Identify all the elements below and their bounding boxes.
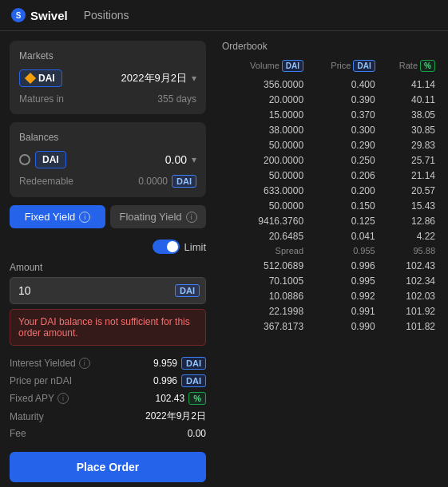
bid-volume: 512.0689 bbox=[222, 258, 307, 273]
redeemable-label: Redeemable bbox=[19, 176, 73, 187]
amount-input-wrap: DAI bbox=[10, 277, 206, 304]
ask-rate: 25.71 bbox=[379, 152, 438, 168]
bid-rate: 101.92 bbox=[379, 303, 438, 319]
fixed-yield-info-icon[interactable]: i bbox=[79, 212, 90, 223]
redeemable-value: 0.0000 bbox=[138, 176, 168, 187]
interest-yielded-value: 9.959 DAI bbox=[153, 357, 206, 370]
orderbook-table: Volume DAI Price DAI Rate % 356.0000 0.4… bbox=[222, 58, 438, 334]
ask-row[interactable]: 38.0000 0.300 30.85 bbox=[222, 122, 438, 137]
price-per-ndai-row: Price per nDAI 0.996 DAI bbox=[10, 374, 206, 387]
markets-dai-row: DAI 2022年9月2日 ▾ bbox=[19, 69, 196, 87]
price-per-ndai-value: 0.996 DAI bbox=[153, 374, 206, 387]
limit-toggle[interactable] bbox=[153, 240, 180, 254]
maturity-row: Maturity 2022年9月2日 bbox=[10, 410, 206, 423]
balances-token-label: DAI bbox=[42, 154, 59, 165]
volume-token-badge: DAI bbox=[282, 60, 303, 72]
ask-price: 0.290 bbox=[307, 137, 379, 152]
col-volume-header: Volume DAI bbox=[222, 58, 307, 77]
bid-price: 0.996 bbox=[307, 258, 379, 273]
ask-rate: 15.43 bbox=[379, 198, 438, 213]
maturity-value: 2022年9月2日 bbox=[145, 410, 206, 423]
asks-body: 356.0000 0.400 41.14 20.0000 0.390 40.11… bbox=[222, 77, 438, 244]
maturity-label: Maturity bbox=[10, 411, 44, 422]
ask-price: 0.300 bbox=[307, 122, 379, 137]
ask-rate: 41.14 bbox=[379, 77, 438, 92]
fixed-yield-label: Fixed Yield bbox=[25, 211, 76, 223]
apy-info-icon[interactable]: i bbox=[57, 393, 69, 404]
fee-label: Fee bbox=[10, 428, 26, 439]
ask-rate: 20.57 bbox=[379, 183, 438, 198]
app-container: S Swivel Positions Markets DAI 2022年9月2日… bbox=[0, 0, 448, 487]
ask-rate: 38.05 bbox=[379, 107, 438, 122]
ask-volume: 633.0000 bbox=[222, 183, 307, 198]
amount-section: Amount DAI Your DAI balance is not suffi… bbox=[10, 262, 206, 346]
balances-chevron-icon[interactable]: ▾ bbox=[192, 154, 196, 165]
bid-volume: 10.0886 bbox=[222, 288, 307, 303]
fixed-apy-value: 102.43 % bbox=[156, 392, 206, 405]
nav-positions[interactable]: Positions bbox=[84, 9, 129, 22]
ask-rate: 29.83 bbox=[379, 137, 438, 152]
fixed-apy-row: Fixed APY i 102.43 % bbox=[10, 392, 206, 405]
redeemable-token-badge: DAI bbox=[172, 175, 196, 188]
brand: S Swivel bbox=[11, 8, 68, 22]
ask-volume: 9416.3760 bbox=[222, 213, 307, 228]
orderbook-title: Orderbook bbox=[222, 41, 438, 52]
bid-price: 0.995 bbox=[307, 273, 379, 288]
ask-row[interactable]: 15.0000 0.370 38.05 bbox=[222, 107, 438, 122]
right-panel: Orderbook Volume DAI Price DAI Rate % bbox=[216, 31, 448, 487]
balances-dai-row: DAI 0.00 ▾ bbox=[19, 151, 196, 168]
ask-volume: 356.0000 bbox=[222, 77, 307, 92]
ask-row[interactable]: 20.6485 0.041 4.22 bbox=[222, 228, 438, 244]
ask-row[interactable]: 50.0000 0.206 21.14 bbox=[222, 168, 438, 183]
matures-row: Matures in 355 days bbox=[19, 93, 196, 105]
ask-price: 0.206 bbox=[307, 168, 379, 183]
tab-floating-yield[interactable]: Floating Yield i bbox=[110, 205, 206, 228]
interest-info-icon[interactable]: i bbox=[79, 358, 90, 369]
ask-rate: 12.86 bbox=[379, 213, 438, 228]
tabs-row: Fixed Yield i Floating Yield i bbox=[10, 205, 206, 228]
ask-price: 0.370 bbox=[307, 107, 379, 122]
bid-rate: 102.03 bbox=[379, 288, 438, 303]
place-order-button[interactable]: Place Order bbox=[10, 452, 206, 482]
ask-volume: 20.0000 bbox=[222, 92, 307, 107]
ask-row[interactable]: 200.0000 0.250 25.71 bbox=[222, 152, 438, 168]
ask-row[interactable]: 356.0000 0.400 41.14 bbox=[222, 77, 438, 92]
swivel-icon: S bbox=[11, 8, 26, 22]
bid-row[interactable]: 367.8173 0.990 101.82 bbox=[222, 319, 438, 334]
bid-row[interactable]: 70.1005 0.995 102.34 bbox=[222, 273, 438, 288]
ask-row[interactable]: 633.0000 0.200 20.57 bbox=[222, 183, 438, 198]
col-rate-header: Rate % bbox=[379, 58, 438, 77]
spread-body: Spread 0.955 95.88 bbox=[222, 244, 438, 258]
balances-token-badge[interactable]: DAI bbox=[35, 151, 66, 168]
ask-row[interactable]: 9416.3760 0.125 12.86 bbox=[222, 213, 438, 228]
price-per-ndai-label: Price per nDAI bbox=[10, 375, 72, 386]
bid-row[interactable]: 10.0886 0.992 102.03 bbox=[222, 288, 438, 303]
ask-row[interactable]: 20.0000 0.390 40.11 bbox=[222, 92, 438, 107]
fee-value: 0.00 bbox=[188, 428, 206, 439]
ask-price: 0.125 bbox=[307, 213, 379, 228]
fixed-apy-label: Fixed APY i bbox=[10, 393, 69, 404]
spread-row: Spread 0.955 95.88 bbox=[222, 244, 438, 258]
redeemable-row: Redeemable 0.0000 DAI bbox=[19, 175, 196, 188]
tab-fixed-yield[interactable]: Fixed Yield i bbox=[10, 205, 105, 228]
brand-name: Swivel bbox=[30, 9, 68, 22]
bid-row[interactable]: 22.1998 0.991 101.92 bbox=[222, 303, 438, 319]
left-panel: Markets DAI 2022年9月2日 ▾ Matures in 355 d… bbox=[0, 31, 216, 487]
chevron-down-icon[interactable]: ▾ bbox=[192, 73, 196, 84]
markets-token-badge[interactable]: DAI bbox=[19, 69, 62, 87]
dai-diamond-icon bbox=[25, 73, 36, 84]
ask-rate: 30.85 bbox=[379, 122, 438, 137]
bid-row[interactable]: 512.0689 0.996 102.43 bbox=[222, 258, 438, 273]
apy-pct-badge: % bbox=[188, 392, 206, 405]
ask-row[interactable]: 50.0000 0.150 15.43 bbox=[222, 198, 438, 213]
error-message: Your DAI balance is not sufficient for t… bbox=[10, 309, 206, 346]
markets-date: 2022年9月2日 bbox=[121, 71, 187, 85]
main-layout: Markets DAI 2022年9月2日 ▾ Matures in 355 d… bbox=[0, 31, 448, 487]
floating-yield-info-icon[interactable]: i bbox=[186, 212, 197, 223]
ask-rate: 21.14 bbox=[379, 168, 438, 183]
interest-token-badge: DAI bbox=[181, 357, 206, 370]
balance-left: DAI bbox=[19, 151, 66, 168]
bid-volume: 22.1998 bbox=[222, 303, 307, 319]
ask-row[interactable]: 50.0000 0.290 29.83 bbox=[222, 137, 438, 152]
limit-row: Limit bbox=[10, 240, 206, 254]
